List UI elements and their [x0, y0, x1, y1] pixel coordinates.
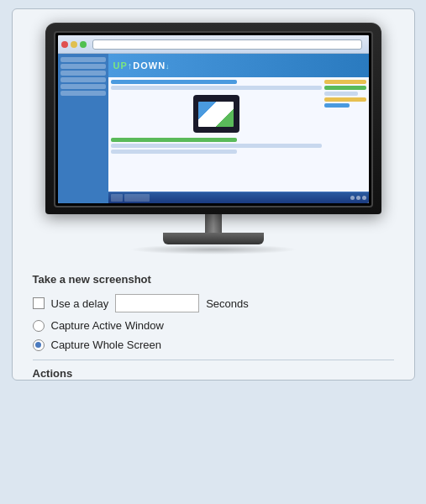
capture-active-row: Capture Active Window: [33, 319, 394, 332]
taskbar-app-btn: [124, 194, 150, 202]
content-bar-3: [111, 138, 238, 142]
taskbar-tray: [350, 196, 366, 200]
tray-icon-1: [350, 196, 355, 200]
main-panel: UP↑DOWN↓: [12, 8, 415, 381]
content-right: [324, 80, 366, 189]
delay-label: Use a delay: [51, 297, 109, 310]
seconds-label: Seconds: [206, 297, 249, 310]
monitor-preview: UP↑DOWN↓: [37, 23, 390, 255]
mini-screen: [198, 102, 234, 127]
browser-content: [108, 77, 369, 192]
logo-up: UP: [113, 60, 128, 71]
monitor-screen-border: UP↑DOWN↓: [54, 31, 373, 207]
delay-row: Use a delay Seconds: [33, 294, 394, 312]
sidebar-bar-1: [60, 57, 106, 62]
tray-icon-3: [362, 196, 366, 200]
mini-monitor: [193, 95, 239, 133]
content-bar-4: [111, 144, 322, 148]
browser-sidebar: [58, 54, 108, 203]
sidebar-bar-2: [60, 64, 106, 69]
logo-down: DOWN: [133, 60, 166, 71]
actions-label: Actions: [13, 360, 414, 380]
capture-whole-radio[interactable]: [33, 339, 45, 351]
right-bar-5: [324, 103, 350, 108]
sidebar-bar-5: [60, 84, 106, 89]
browser-min-btn: [71, 41, 77, 48]
browser-max-btn: [80, 41, 87, 48]
capture-whole-label: Capture Whole Screen: [51, 339, 162, 351]
capture-whole-row: Capture Whole Screen: [33, 339, 394, 351]
logo: UP↑DOWN↓: [113, 60, 171, 71]
radio-selected-dot: [35, 342, 41, 348]
sidebar-bar-3: [60, 71, 106, 76]
mini-screen-content: [198, 102, 234, 127]
browser-body: UP↑DOWN↓: [58, 54, 369, 203]
delay-checkbox[interactable]: [33, 297, 45, 309]
content-bar-1: [111, 80, 238, 84]
sidebar-bar-6: [60, 91, 106, 96]
right-bar-1: [324, 80, 366, 84]
content-bar-5: [111, 150, 238, 154]
monitor-shadow: [129, 244, 297, 255]
right-bar-4: [324, 97, 366, 102]
taskbar-start: [111, 194, 123, 202]
browser-main: UP↑DOWN↓: [108, 54, 369, 203]
monitor-screen: UP↑DOWN↓: [58, 35, 369, 203]
form-area: Take a new screenshot Use a delay Second…: [13, 263, 414, 360]
sidebar-bar-4: [60, 77, 106, 82]
content-left: [111, 80, 322, 189]
monitor-bezel: UP↑DOWN↓: [45, 23, 381, 214]
monitor-stand-base: [163, 233, 264, 244]
browser-chrome: [58, 35, 369, 54]
content-bar-2: [111, 86, 322, 90]
monitor-stand-neck: [205, 214, 222, 233]
browser-close-btn: [61, 41, 68, 48]
right-bar-2: [324, 86, 366, 90]
tray-icon-2: [356, 196, 360, 200]
screen-content: UP↑DOWN↓: [58, 35, 369, 203]
delay-input[interactable]: [115, 294, 199, 312]
section-title: Take a new screenshot: [33, 273, 394, 286]
browser-urlbar: [92, 39, 362, 50]
capture-active-label: Capture Active Window: [51, 319, 164, 332]
capture-active-radio[interactable]: [33, 320, 45, 332]
taskbar: [108, 192, 369, 203]
right-bar-3: [324, 92, 358, 96]
browser-header: UP↑DOWN↓: [108, 54, 369, 77]
